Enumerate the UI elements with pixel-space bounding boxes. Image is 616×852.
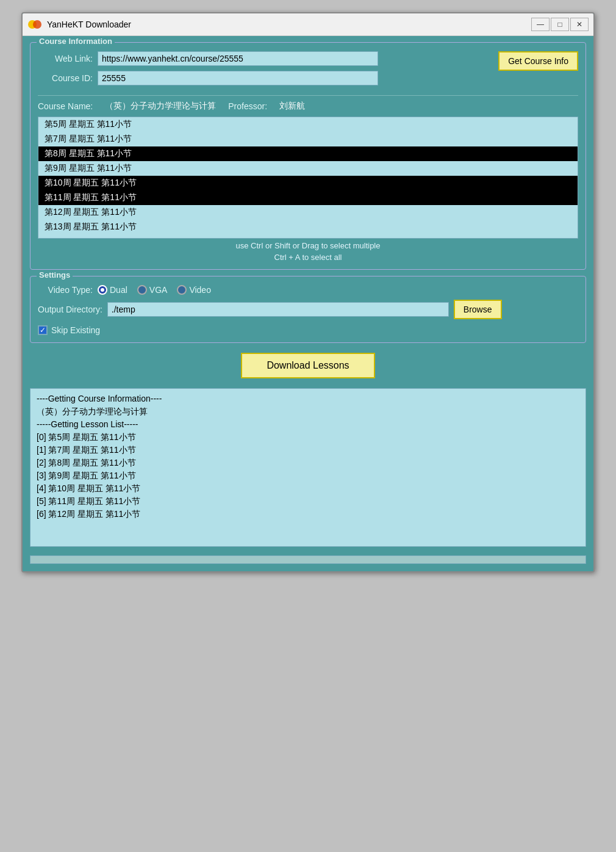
skip-existing-checkbox[interactable]: ✓ [38, 325, 48, 335]
log-box[interactable]: ----Getting Course Information----（英）分子动… [30, 388, 586, 547]
output-dir-input[interactable] [107, 302, 449, 317]
main-window: YanHeKT Downloader — □ ✕ Course Informat… [21, 12, 595, 572]
log-line: [4] 第10周 星期五 第11小节 [37, 482, 579, 495]
log-line: [1] 第7周 星期五 第11小节 [37, 444, 579, 457]
title-bar-left: YanHeKT Downloader [27, 17, 131, 32]
lesson-item[interactable]: 第12周 星期五 第11小节 [38, 205, 578, 220]
radio-label-dual: Dual [110, 285, 127, 295]
download-btn-row: Download Lessons [30, 353, 586, 378]
video-type-label: Video Type: [38, 285, 93, 295]
radio-dot-dual [98, 285, 107, 295]
get-course-info-button[interactable]: Get Course Info [498, 51, 578, 71]
get-course-btn-wrap: Get Course Info [498, 51, 578, 71]
log-line: ----Getting Course Information---- [37, 392, 579, 405]
lesson-item[interactable]: 第11周 星期五 第11小节 [38, 190, 578, 205]
radio-label-video: Video [189, 285, 211, 295]
video-type-radio-group: DualVGAVideo [98, 285, 211, 295]
lesson-item[interactable]: 第9周 星期五 第11小节 [38, 161, 578, 176]
select-hint-2: Ctrl + A to select all [38, 253, 578, 262]
skip-existing-row: ✓ Skip Existing [38, 325, 578, 335]
radio-label-vga: VGA [149, 285, 168, 295]
course-name-row: Course Name: （英）分子动力学理论与计算 Professor: 刘新… [38, 101, 578, 112]
svg-point-1 [33, 20, 41, 29]
course-id-label: Course ID: [38, 73, 93, 83]
title-bar: YanHeKT Downloader — □ ✕ [23, 13, 593, 36]
lesson-item[interactable]: 第10周 星期五 第11小节 [38, 176, 578, 190]
course-id-row: Course ID: [38, 71, 486, 85]
log-line: -----Getting Lesson List----- [37, 418, 579, 431]
video-type-radio-dual[interactable]: Dual [98, 285, 127, 295]
radio-dot-video [177, 285, 187, 295]
title-bar-buttons: — □ ✕ [531, 18, 589, 31]
video-type-row: Video Type: DualVGAVideo [38, 285, 578, 295]
professor-label: Professor: [228, 101, 267, 111]
log-line: [0] 第5周 星期五 第11小节 [37, 431, 579, 444]
course-id-input[interactable] [98, 71, 378, 85]
lesson-item[interactable]: 第13周 星期五 第11小节 [38, 220, 578, 234]
web-link-label: Web Link: [38, 54, 93, 63]
web-link-input[interactable] [98, 51, 378, 66]
log-line: [2] 第8周 星期五 第11小节 [37, 457, 579, 469]
lesson-item[interactable]: 第5周 星期五 第11小节 [38, 117, 578, 132]
browse-button[interactable]: Browse [454, 300, 502, 319]
horizontal-scrollbar[interactable] [30, 555, 586, 564]
lesson-listbox[interactable]: 第5周 星期五 第11小节第7周 星期五 第11小节第8周 星期五 第11小节第… [38, 117, 578, 239]
lesson-item[interactable]: 第8周 星期五 第11小节 [38, 146, 578, 161]
main-content: Course Information Web Link: Course ID: … [23, 36, 593, 571]
minimize-button[interactable]: — [531, 18, 550, 31]
output-dir-label: Output Directory: [38, 305, 102, 314]
log-line: [3] 第9周 星期五 第11小节 [37, 469, 579, 482]
lesson-item[interactable]: 第7周 星期五 第11小节 [38, 132, 578, 146]
settings-group: Settings Video Type: DualVGAVideo Output… [30, 276, 586, 343]
settings-title: Settings [37, 270, 73, 280]
skip-existing-label: Skip Existing [51, 325, 100, 335]
log-line: [5] 第11周 星期五 第11小节 [37, 495, 579, 508]
output-dir-row: Output Directory: Browse [38, 300, 578, 319]
download-lessons-button[interactable]: Download Lessons [241, 353, 374, 378]
close-button[interactable]: ✕ [570, 18, 589, 31]
course-info-title: Course Information [37, 37, 115, 46]
log-line: [6] 第12周 星期五 第11小节 [37, 508, 579, 521]
select-hint-1: use Ctrl or Shift or Drag to select mult… [38, 241, 578, 250]
maximize-button[interactable]: □ [551, 18, 569, 31]
app-icon [27, 17, 42, 32]
log-line: （英）分子动力学理论与计算 [37, 405, 579, 418]
window-title: YanHeKT Downloader [47, 20, 131, 29]
course-form: Web Link: Course ID: [38, 51, 486, 90]
course-name-value: （英）分子动力学理论与计算 [105, 101, 216, 112]
video-type-radio-vga[interactable]: VGA [137, 285, 168, 295]
course-name-label: Course Name: [38, 101, 93, 111]
web-link-row: Web Link: [38, 51, 486, 66]
radio-dot-vga [137, 285, 147, 295]
professor-value: 刘新航 [279, 101, 305, 112]
course-info-group: Course Information Web Link: Course ID: … [30, 42, 586, 270]
video-type-radio-video[interactable]: Video [177, 285, 211, 295]
